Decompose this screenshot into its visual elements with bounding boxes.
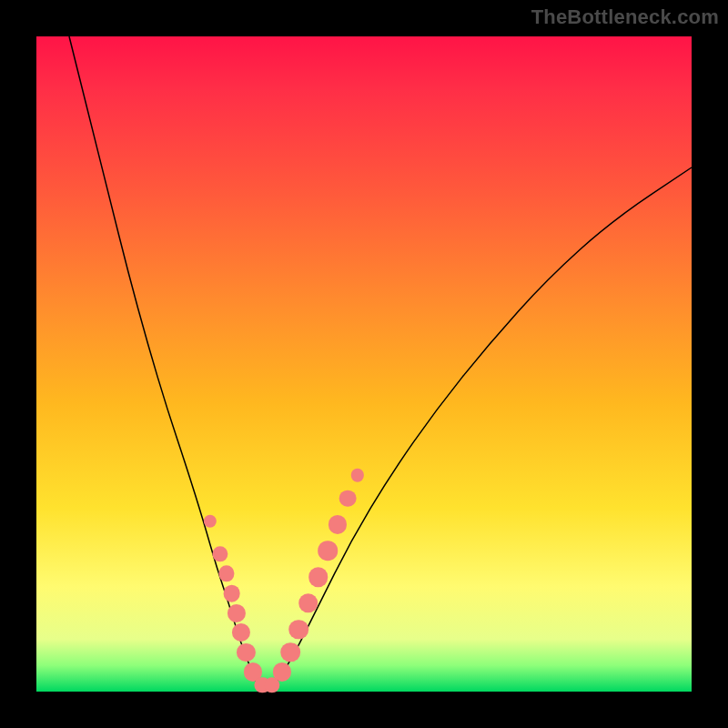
salmon-dot bbox=[228, 604, 246, 622]
salmon-dot bbox=[237, 643, 255, 662]
watermark-text: TheBottleneck.com bbox=[531, 5, 719, 29]
outer-frame: TheBottleneck.com bbox=[0, 0, 728, 728]
salmon-dot bbox=[281, 642, 301, 662]
salmon-dot bbox=[204, 515, 217, 528]
salmon-dot bbox=[339, 490, 357, 507]
salmon-dot bbox=[329, 515, 347, 533]
salmon-dot bbox=[308, 567, 329, 587]
salmon-dot bbox=[288, 620, 308, 640]
salmon-dot bbox=[212, 546, 228, 561]
salmon-dot bbox=[232, 623, 250, 642]
salmon-dot bbox=[351, 469, 364, 481]
salmon-dot bbox=[318, 541, 339, 561]
plot-area bbox=[36, 36, 692, 692]
salmon-dot bbox=[298, 593, 318, 613]
marks-layer bbox=[36, 36, 692, 692]
salmon-dot bbox=[273, 662, 291, 681]
salmon-dot bbox=[223, 585, 240, 602]
salmon-dot bbox=[218, 566, 234, 581]
